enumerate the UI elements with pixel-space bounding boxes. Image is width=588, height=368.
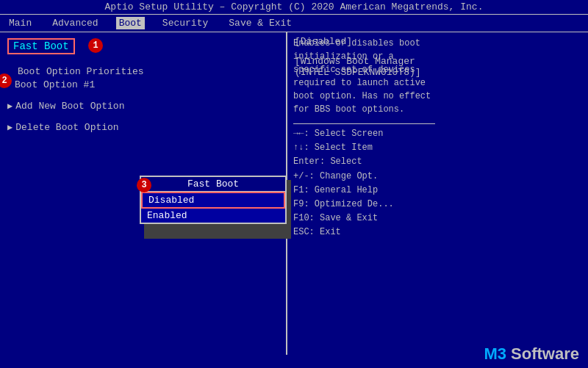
menu-main[interactable]: Main — [6, 17, 35, 29]
value-display: [Disabled] [Windows Boot Manager (INTEL … — [290, 33, 459, 81]
boot-option-priorities: Boot Option Priorities — [7, 66, 279, 77]
popup-box: Fast Boot Disabled Enabled — [140, 176, 287, 224]
windows-value1: [Windows Boot Manager — [295, 56, 415, 67]
watermark: M3 Software — [484, 344, 579, 364]
shortcut-f9: F9: Optimized De... — [293, 198, 435, 212]
add-new-label: Add New Boot Option — [15, 101, 124, 112]
popup-title: Fast Boot — [141, 177, 285, 192]
software-text: Software — [506, 344, 579, 363]
add-new-boot-option[interactable]: ▶ Add New Boot Option — [7, 101, 279, 112]
menu-save-exit[interactable]: Save & Exit — [226, 17, 295, 29]
main-layout: 1 Fast Boot 2 Boot Option Priorities Boo… — [0, 32, 588, 355]
boot-option-value2: (INTEL SSDPEKNW010T8)] — [295, 67, 455, 78]
shortcut-f10: F10: Save & Exit — [293, 212, 435, 226]
annotation-3: 3 — [137, 178, 151, 192]
dropdown-popup: Fast Boot Disabled Enabled — [140, 176, 287, 224]
left-panel: 1 Fast Boot 2 Boot Option Priorities Boo… — [0, 32, 287, 355]
shortcut-enter: Enter: Select — [293, 155, 435, 169]
shortcut-select-screen: →←: Select Screen — [293, 127, 435, 141]
shortcut-select-item: ↑↓: Select Item — [293, 141, 435, 155]
windows-value2: (INTEL SSDPEKNW010T8)] — [295, 67, 421, 78]
delete-label: Delete Boot Option — [15, 122, 118, 133]
separator — [293, 123, 435, 124]
menu-advanced[interactable]: Advanced — [49, 17, 101, 29]
triangle-icon-2: ▶ — [7, 122, 12, 133]
title-text: Aptio Setup Utility – Copyright (C) 2020… — [105, 1, 484, 12]
shortcut-f1: F1: General Help — [293, 184, 435, 198]
menu-boot[interactable]: Boot — [116, 17, 145, 29]
boot-option-num: Boot Option #1 — [7, 79, 279, 90]
popup-option-disabled[interactable]: Disabled — [141, 192, 285, 209]
shortcut-change: +/-: Change Opt. — [293, 170, 435, 184]
shortcut-esc: ESC: Exit — [293, 226, 435, 239]
boot-option-value1: [Windows Boot Manager — [295, 56, 455, 67]
menu-security[interactable]: Security — [159, 17, 211, 29]
fast-boot-value: [Disabled] — [295, 36, 455, 47]
annotation-1: 1 — [88, 38, 103, 53]
m3-text: M3 — [484, 344, 506, 363]
popup-option-enabled[interactable]: Enabled — [141, 209, 285, 223]
title-bar: Aptio Setup Utility – Copyright (C) 2020… — [0, 0, 588, 15]
delete-boot-option[interactable]: ▶ Delete Boot Option — [7, 122, 279, 133]
menu-bar: Main Advanced Boot Security Save & Exit — [0, 15, 588, 32]
triangle-icon: ▶ — [7, 101, 12, 112]
fast-boot-label[interactable]: Fast Boot — [7, 38, 75, 54]
